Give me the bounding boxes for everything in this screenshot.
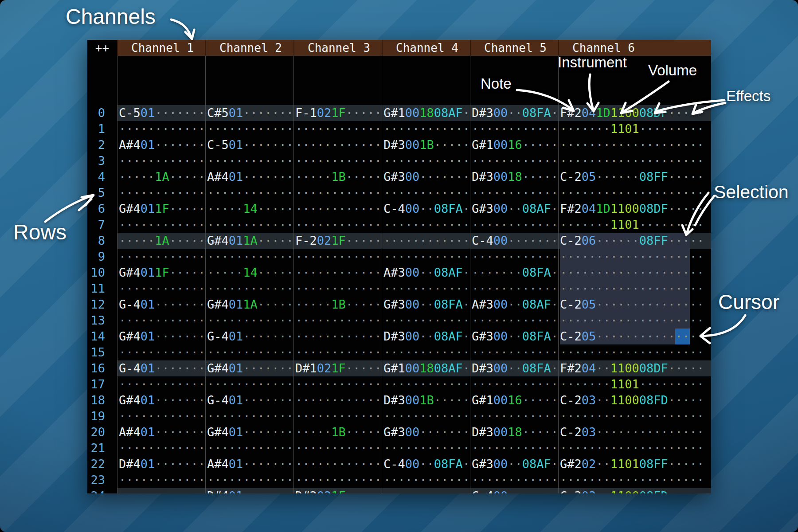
pattern-cell[interactable]: C-400··08FA· xyxy=(382,456,470,472)
pattern-cell[interactable]: ············ xyxy=(382,408,470,424)
pattern-cell[interactable]: G-401······· xyxy=(117,360,205,376)
pattern-cell[interactable]: ············ xyxy=(470,472,558,488)
pattern-cell[interactable]: ············ xyxy=(293,376,382,392)
pattern-cell[interactable]: C-205······08FF····· xyxy=(558,169,704,185)
pattern-cell[interactable]: ············ xyxy=(117,185,205,201)
channel-header[interactable]: Channel 2 xyxy=(205,40,293,56)
pattern-cell[interactable]: G#300··08AF· xyxy=(470,456,558,472)
pattern-cell[interactable]: ············ xyxy=(470,281,558,297)
pattern-row[interactable]: 17······································… xyxy=(87,376,711,392)
pattern-cell[interactable]: G#401······· xyxy=(205,424,293,440)
pattern-row[interactable]: 14G#401·······G-401···················D#… xyxy=(87,329,711,344)
pattern-cell[interactable]: ············ xyxy=(293,313,382,329)
pattern-cell[interactable]: ············ xyxy=(117,440,205,456)
pattern-cell[interactable]: ············ xyxy=(382,376,470,392)
pattern-cell[interactable]: ············ xyxy=(382,153,470,169)
pattern-row[interactable]: 19······································… xyxy=(87,408,711,424)
pattern-cell[interactable]: ············ xyxy=(293,137,382,153)
pattern-cell[interactable]: F#204··110008DF····· xyxy=(558,360,704,376)
channel-header[interactable]: Channel 1 xyxy=(117,40,205,56)
pattern-cell[interactable]: F#2041D110008DF····· xyxy=(558,105,704,121)
pattern-row[interactable]: 18G#401·······G-401···················D#… xyxy=(87,392,711,408)
pattern-cell[interactable]: ············ xyxy=(205,217,293,233)
pattern-row[interactable]: 11······································… xyxy=(87,281,711,297)
pattern-row[interactable]: 13······································… xyxy=(87,313,711,329)
pattern-cell[interactable]: D#30018····· xyxy=(470,424,558,440)
pattern-cell[interactable]: ············ xyxy=(205,281,293,297)
pattern-cell[interactable]: D#30018····· xyxy=(470,169,558,185)
pattern-cell[interactable]: G-401······· xyxy=(205,392,293,408)
pattern-cell[interactable]: C-303··110008FD····· xyxy=(558,488,704,493)
pattern-cell[interactable]: ···················· xyxy=(558,265,704,281)
pattern-cell[interactable]: C-203··············· xyxy=(558,424,704,440)
pattern-cell[interactable]: ············ xyxy=(382,440,470,456)
pattern-cell[interactable]: ············ xyxy=(205,376,293,392)
pattern-cell[interactable]: D#3001B····· xyxy=(382,392,470,408)
pattern-cell[interactable]: ···················· xyxy=(558,440,704,456)
pattern-cell[interactable]: D#300··08FA· xyxy=(470,105,558,121)
pattern-cell[interactable]: ···················· xyxy=(558,153,704,169)
pattern-cell[interactable]: C-400······· xyxy=(470,233,558,249)
pattern-cell[interactable]: C-205··············· xyxy=(558,297,704,313)
pattern-cell[interactable]: ············ xyxy=(117,472,205,488)
pattern-cell[interactable]: ·····1B····· xyxy=(293,424,382,440)
pattern-cell[interactable]: ············ xyxy=(470,440,558,456)
pattern-cell[interactable]: D#1021F····· xyxy=(293,360,382,376)
pattern-cell[interactable]: ············ xyxy=(293,201,382,217)
pattern-cell[interactable]: A#401······· xyxy=(117,137,205,153)
pattern-cell[interactable]: ············ xyxy=(293,153,382,169)
pattern-cell[interactable]: ············ xyxy=(382,217,470,233)
pattern-cell[interactable]: C-203··110008FD····· xyxy=(558,392,704,408)
pattern-cell[interactable]: ············ xyxy=(205,408,293,424)
pattern-row[interactable]: 22D#401·······A#401···················C-… xyxy=(87,456,711,472)
pattern-cell[interactable]: G-401······· xyxy=(117,297,205,313)
pattern-cell[interactable]: ············ xyxy=(293,249,382,265)
pattern-cell[interactable]: F-1021F····· xyxy=(293,105,382,121)
pattern-cell[interactable]: ···················· xyxy=(558,408,704,424)
pattern-cell[interactable]: ············ xyxy=(117,488,205,493)
pattern-cell[interactable]: ············ xyxy=(117,344,205,360)
pattern-row[interactable]: 10G#4011F··········14·················A#… xyxy=(87,265,711,281)
pattern-cell[interactable]: D#300··08FA· xyxy=(470,360,558,376)
pattern-cell[interactable]: ············ xyxy=(205,344,293,360)
pattern-cell[interactable]: G#10016····· xyxy=(470,137,558,153)
channel-header[interactable]: Channel 3 xyxy=(293,40,382,56)
pattern-cell[interactable]: ············ xyxy=(205,185,293,201)
pattern-cell[interactable]: ············ xyxy=(205,121,293,137)
pattern-row[interactable]: 6G#4011F··········14·················C-4… xyxy=(87,201,711,217)
pattern-cell[interactable]: ············ xyxy=(117,376,205,392)
pattern-cell[interactable]: ············ xyxy=(293,281,382,297)
pattern-cell[interactable]: ············ xyxy=(470,376,558,392)
pattern-cell[interactable]: G#300··08FA· xyxy=(382,297,470,313)
pattern-cell[interactable]: ············ xyxy=(382,281,470,297)
pattern-cell[interactable]: ············ xyxy=(293,265,382,281)
pattern-cell[interactable]: A#300··08AF· xyxy=(470,297,558,313)
pattern-cell[interactable]: ············ xyxy=(293,121,382,137)
pattern-cell[interactable]: C-206······08FF····· xyxy=(558,233,704,249)
pattern-cell[interactable]: ············ xyxy=(293,408,382,424)
pattern-cell[interactable]: ············ xyxy=(293,456,382,472)
pattern-cell[interactable]: ···················· xyxy=(558,313,704,329)
pattern-row[interactable]: 21······································… xyxy=(87,440,711,456)
pattern-cell[interactable]: ············ xyxy=(382,488,470,493)
pattern-cell[interactable]: ············ xyxy=(470,408,558,424)
pattern-cell[interactable]: ············ xyxy=(382,233,470,249)
pattern-cell[interactable]: ············ xyxy=(205,472,293,488)
pattern-cell[interactable]: ············ xyxy=(470,217,558,233)
pattern-cell[interactable]: G#4011F····· xyxy=(117,265,205,281)
pattern-cell[interactable]: ·······08FA· xyxy=(470,265,558,281)
pattern-row[interactable]: 9·······································… xyxy=(87,249,711,265)
pattern-cell[interactable]: ············ xyxy=(470,185,558,201)
pattern-cell[interactable]: ·······1101········· xyxy=(558,376,704,392)
pattern-cell[interactable]: ·····1B····· xyxy=(293,169,382,185)
pattern-row[interactable]: 3·······································… xyxy=(87,153,711,169)
pattern-row[interactable]: 5·······································… xyxy=(87,185,711,201)
pattern-row[interactable]: 20A#401·······G#401············1B·····G#… xyxy=(87,424,711,440)
pattern-cell[interactable]: A#401······· xyxy=(205,456,293,472)
pattern-cell[interactable]: G#401······· xyxy=(205,360,293,376)
pattern-cell[interactable]: ·····1A····· xyxy=(117,233,205,249)
pattern-cell[interactable]: ············ xyxy=(382,185,470,201)
pattern-cell[interactable]: F-2021F····· xyxy=(293,233,382,249)
pattern-cell[interactable]: G#10016····· xyxy=(470,392,558,408)
pattern-cell[interactable]: ············ xyxy=(293,440,382,456)
